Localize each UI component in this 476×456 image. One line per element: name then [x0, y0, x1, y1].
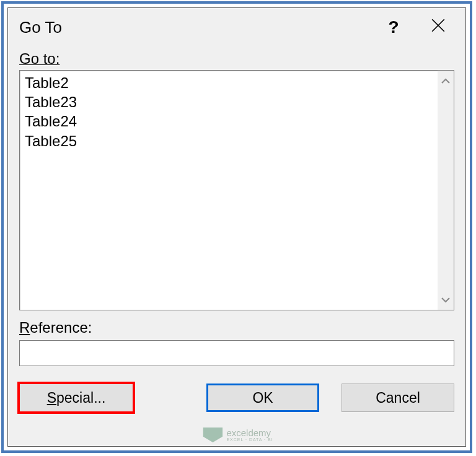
scrollbar[interactable]	[438, 71, 454, 310]
goto-dialog: Go To ? Go to: Table2 Table23 Table24 Ta…	[7, 7, 466, 447]
goto-listbox[interactable]: Table2 Table23 Table24 Table25	[19, 70, 454, 310]
dialog-body: Go to: Table2 Table23 Table24 Table25	[8, 46, 465, 446]
button-row: Special... OK Cancel	[19, 384, 454, 412]
ok-button[interactable]: OK	[206, 384, 319, 412]
goto-label: Go to:	[19, 50, 454, 68]
list-item[interactable]: Table24	[25, 112, 433, 131]
listbox-items: Table2 Table23 Table24 Table25	[20, 71, 438, 310]
screenshot-frame: Go To ? Go to: Table2 Table23 Table24 Ta…	[1, 1, 472, 453]
list-item[interactable]: Table2	[25, 73, 433, 92]
reference-input[interactable]	[19, 340, 454, 366]
titlebar: Go To ?	[8, 8, 465, 46]
close-icon	[430, 17, 446, 38]
help-button[interactable]: ?	[371, 8, 416, 46]
close-button[interactable]	[416, 8, 461, 46]
special-button[interactable]: Special...	[19, 384, 133, 412]
reference-label: Reference:	[19, 319, 454, 336]
help-icon: ?	[388, 17, 399, 37]
cancel-button[interactable]: Cancel	[342, 384, 454, 412]
dialog-title: Go To	[19, 18, 371, 37]
scroll-down-icon[interactable]	[441, 293, 450, 306]
list-item[interactable]: Table23	[25, 92, 433, 112]
list-item[interactable]: Table25	[25, 131, 433, 151]
scroll-up-icon[interactable]	[441, 74, 450, 87]
